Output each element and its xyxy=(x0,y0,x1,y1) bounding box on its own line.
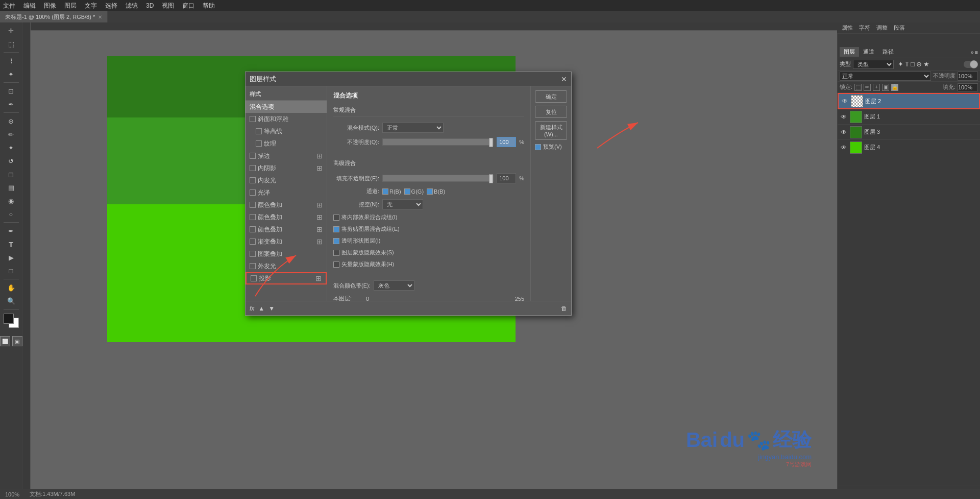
menu-item-edit[interactable]: 编辑 xyxy=(23,2,36,10)
lock-transparent-icon[interactable]: ⬚ xyxy=(854,84,862,91)
style-item-drop-shadow[interactable]: 投影 ⊞ xyxy=(246,272,327,284)
layer-1-eye-icon[interactable]: 👁 xyxy=(840,113,848,121)
dialog-close-button[interactable]: ✕ xyxy=(561,75,567,83)
shape-tool[interactable]: □ xyxy=(5,265,17,277)
zoom-tool[interactable]: 🔍 xyxy=(5,295,17,307)
menu-item-window[interactable]: 窗口 xyxy=(182,2,194,10)
menu-item-text[interactable]: 文字 xyxy=(85,2,97,10)
new-style-button[interactable]: 新建样式(W)... xyxy=(535,121,567,140)
quick-mask-icon[interactable]: ⬜ xyxy=(0,336,10,346)
channel-b[interactable]: B(B) xyxy=(427,188,445,195)
filter-icon-1[interactable]: ✦ xyxy=(898,60,903,68)
preview-checkbox[interactable] xyxy=(535,144,541,150)
document-tab[interactable]: 未标题-1 @ 100% (图层 2, RGB/8) * ✕ xyxy=(0,11,108,22)
lock-all-icon[interactable]: 🔒 xyxy=(891,84,898,91)
style-item-outer-glow[interactable]: 外发光 xyxy=(246,260,327,272)
color-swatch[interactable] xyxy=(3,314,20,331)
fill-input[interactable] xyxy=(958,83,978,91)
hand-tool[interactable]: ✋ xyxy=(5,281,17,294)
fill-opacity-value[interactable] xyxy=(497,173,516,183)
cb2-checkbox[interactable] xyxy=(333,226,339,232)
knockout-select[interactable]: 无 xyxy=(382,199,423,209)
filter-icon-3[interactable]: □ xyxy=(911,60,915,68)
eyedropper-tool[interactable]: ✒ xyxy=(5,98,17,110)
style-item-color-overlay-1[interactable]: 颜色叠加 ⊞ xyxy=(246,199,327,211)
menu-item-filter[interactable]: 滤镜 xyxy=(126,2,138,10)
style-item-contour[interactable]: 等高线 xyxy=(246,125,327,137)
lock-artboard-icon[interactable]: ▣ xyxy=(882,84,889,91)
cb5-checkbox[interactable] xyxy=(333,262,339,268)
lock-position-icon[interactable]: + xyxy=(873,84,880,91)
text-tool[interactable]: T xyxy=(5,238,17,250)
crop-tool[interactable]: ⊡ xyxy=(5,85,17,97)
menu-item-image[interactable]: 图像 xyxy=(44,2,56,10)
style-plus-color-1[interactable]: ⊞ xyxy=(316,201,323,209)
menu-item-layer[interactable]: 图层 xyxy=(64,2,77,10)
foreground-color[interactable] xyxy=(4,314,14,324)
style-item-gradient-overlay[interactable]: 渐变叠加 ⊞ xyxy=(246,235,327,248)
blur-tool[interactable]: ◉ xyxy=(5,195,17,207)
style-plus-color-2[interactable]: ⊞ xyxy=(316,213,323,221)
opacity-input[interactable] xyxy=(958,72,978,81)
eraser-tool[interactable]: ◻ xyxy=(5,168,17,180)
filter-icon-5[interactable]: ★ xyxy=(923,60,929,68)
panel-tab-props[interactable]: 属性 xyxy=(839,23,855,33)
tab-paths[interactable]: 路径 xyxy=(878,47,898,57)
style-plus-gradient[interactable]: ⊞ xyxy=(316,237,323,246)
panel-tab-adjust[interactable]: 调整 xyxy=(874,23,890,33)
dialog-up-icon[interactable]: ▲ xyxy=(258,305,264,312)
path-selection-tool[interactable]: ▶ xyxy=(5,251,17,264)
channel-r[interactable]: R(B) xyxy=(382,188,401,195)
style-item-bevel[interactable]: 斜面和浮雕 xyxy=(246,113,327,125)
layer-4-eye-icon[interactable]: 👁 xyxy=(840,144,848,152)
tab-layers[interactable]: 图层 xyxy=(840,47,859,57)
layer-item-4[interactable]: 👁 图层 4 xyxy=(838,140,980,155)
panel-menu-icon[interactable]: ≡ xyxy=(975,49,978,55)
lasso-tool[interactable]: ⌇ xyxy=(5,55,17,67)
clone-stamp-tool[interactable]: ✦ xyxy=(5,141,17,154)
dodge-tool[interactable]: ○ xyxy=(5,208,17,220)
opacity-slider[interactable] xyxy=(382,138,494,146)
cb4-checkbox[interactable] xyxy=(333,250,339,256)
blend-mode-select-dialog[interactable]: 正常 xyxy=(382,123,444,133)
healing-brush-tool[interactable]: ⊕ xyxy=(5,115,17,127)
style-item-blend-options[interactable]: 混合选项 xyxy=(246,101,327,113)
ok-button[interactable]: 确定 xyxy=(535,90,567,103)
menu-item-3d[interactable]: 3D xyxy=(146,2,154,9)
panel-tab-char[interactable]: 字符 xyxy=(856,23,873,33)
screen-mode-icon[interactable]: ▣ xyxy=(12,336,22,346)
filter-type-select[interactable]: 类型 xyxy=(853,60,894,69)
move-tool[interactable]: ✛ xyxy=(5,25,17,37)
dialog-delete-icon[interactable]: 🗑 xyxy=(561,305,567,312)
style-item-inner-shadow[interactable]: 内阴影 ⊞ xyxy=(246,162,327,174)
brush-tool[interactable]: ✏ xyxy=(5,128,17,140)
pen-tool[interactable]: ✒ xyxy=(5,225,17,237)
reset-button[interactable]: 复位 xyxy=(535,106,567,118)
menu-item-file[interactable]: 文件 xyxy=(3,2,15,10)
marquee-tool[interactable]: ⬚ xyxy=(5,38,17,50)
channel-g[interactable]: G(G) xyxy=(404,188,424,195)
style-plus-drop-shadow[interactable]: ⊞ xyxy=(315,274,322,282)
cb3-checkbox[interactable] xyxy=(333,238,339,244)
menu-item-select[interactable]: 选择 xyxy=(105,2,117,10)
panel-tab-para[interactable]: 段落 xyxy=(891,23,908,33)
filter-icon-4[interactable]: ⊕ xyxy=(916,60,922,68)
style-plus-stroke[interactable]: ⊞ xyxy=(316,152,323,160)
style-item-color-overlay-2[interactable]: 颜色叠加 ⊞ xyxy=(246,211,327,223)
menu-item-help[interactable]: 帮助 xyxy=(203,2,215,10)
history-brush-tool[interactable]: ↺ xyxy=(5,155,17,167)
blend-mode-select[interactable]: 正常 xyxy=(840,72,931,81)
filter-toggle[interactable] xyxy=(964,61,978,68)
fill-opacity-slider[interactable] xyxy=(382,175,494,182)
layer-3-eye-icon[interactable]: 👁 xyxy=(840,128,848,136)
dialog-fx-icon[interactable]: fx xyxy=(250,305,254,312)
layer-item-3[interactable]: 👁 图层 3 xyxy=(838,125,980,140)
blend-color-select[interactable]: 灰色 xyxy=(374,280,414,291)
style-plus-color-3[interactable]: ⊞ xyxy=(316,225,323,233)
magic-wand-tool[interactable]: ✦ xyxy=(5,68,17,80)
gradient-tool[interactable]: ▤ xyxy=(5,181,17,194)
style-item-color-overlay-3[interactable]: 颜色叠加 ⊞ xyxy=(246,223,327,235)
style-item-inner-glow[interactable]: 内发光 xyxy=(246,174,327,186)
layer-item-1[interactable]: 👁 图层 1 xyxy=(838,109,980,125)
opacity-value-input[interactable] xyxy=(497,137,516,147)
